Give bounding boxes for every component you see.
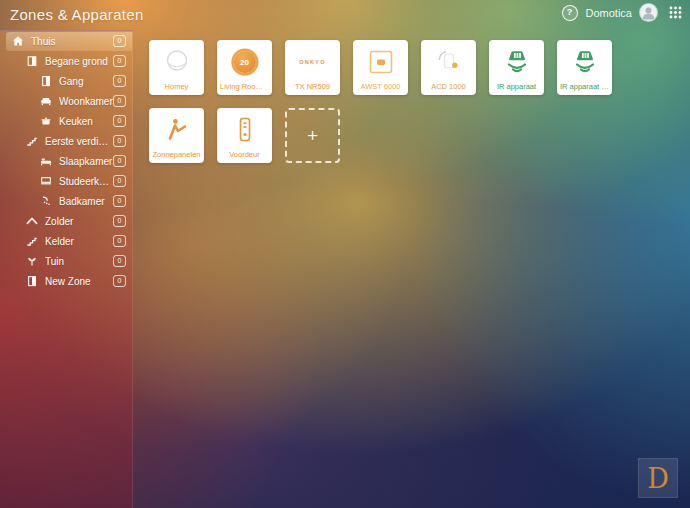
watermark-letter: D — [647, 465, 669, 492]
person-icon — [640, 4, 657, 21]
zone-device-count-badge: 0 — [113, 115, 126, 127]
solar-icon — [149, 113, 204, 147]
roof-icon — [26, 215, 38, 227]
zone-label: New Zone — [45, 276, 113, 287]
device-tile-label: ACD 1000 — [424, 82, 473, 91]
zone-device-count-badge: 0 — [113, 95, 126, 107]
sidebar-item-keuken[interactable]: Keuken0 — [0, 111, 132, 131]
zone-device-count-badge: 0 — [113, 55, 126, 67]
zone-label: Keuken — [59, 116, 113, 127]
device-tile-homey[interactable]: Homey — [149, 40, 204, 95]
house-icon — [12, 35, 24, 47]
sidebar-item-studeerkamer[interactable]: Studeerkamer0 — [0, 171, 132, 191]
kitchen-icon — [40, 115, 52, 127]
doorbell-icon — [217, 113, 272, 147]
zone-label: Studeerkamer — [59, 176, 113, 187]
help-icon[interactable]: ? — [562, 5, 578, 21]
plant-icon — [26, 255, 38, 267]
device-tile-label: IR apparaat (a... — [560, 82, 609, 91]
device-tile-tx-nr509[interactable]: ONKYOTX NR509 — [285, 40, 340, 95]
device-tiles-grid: Homey20Living Room T...ONKYOTX NR509AWST… — [149, 40, 625, 163]
device-tile-label: AWST 6000 — [356, 82, 405, 91]
device-tile-ir-apparaat[interactable]: IR apparaat — [489, 40, 544, 95]
device-tile-living-room-t[interactable]: 20Living Room T... — [217, 40, 272, 95]
desk-icon — [40, 175, 52, 187]
avatar[interactable] — [640, 4, 657, 21]
sensor-icon — [421, 45, 476, 79]
zones-sidebar: Thuis0Begane grond0Gang0Woonkamer0Keuken… — [0, 30, 133, 508]
zone-device-count-badge: 0 — [113, 235, 126, 247]
header-actions: ? Domotica — [562, 4, 682, 21]
brand-logo-text: ONKYO — [299, 59, 326, 65]
thermostat-icon: 20 — [217, 45, 272, 79]
zone-device-count-badge: 0 — [113, 255, 126, 267]
homey-sphere-icon — [149, 45, 204, 79]
brand-logo-icon: ONKYO — [285, 45, 340, 79]
sidebar-item-thuis[interactable]: Thuis0 — [0, 31, 132, 51]
sidebar-item-badkamer[interactable]: Badkamer0 — [0, 191, 132, 211]
plus-icon: + — [307, 126, 318, 145]
sidebar-item-tuin[interactable]: Tuin0 — [0, 251, 132, 271]
floor-icon — [26, 55, 38, 67]
zone-device-count-badge: 0 — [113, 135, 126, 147]
zone-label: Zolder — [45, 216, 113, 227]
zone-device-count-badge: 0 — [113, 75, 126, 87]
zone-device-count-badge: 0 — [113, 195, 126, 207]
zone-label: Slaapkamer — [59, 156, 113, 167]
couch-icon — [40, 95, 52, 107]
stairs-icon — [26, 235, 38, 247]
device-tile-ir-apparaat-a[interactable]: IR apparaat (a... — [557, 40, 612, 95]
zone-label: Thuis — [31, 36, 113, 47]
door-icon — [26, 275, 38, 287]
sidebar-item-slaapkamer[interactable]: Slaapkamer0 — [0, 151, 132, 171]
device-tile-label: Living Room T... — [220, 82, 269, 91]
wall-switch-icon — [353, 45, 408, 79]
zone-device-count-badge: 0 — [113, 35, 126, 47]
zone-device-count-badge: 0 — [113, 215, 126, 227]
zone-label: Eerste verdieping — [45, 136, 113, 147]
zone-device-count-badge: 0 — [113, 175, 126, 187]
device-tile-label: TX NR509 — [288, 82, 337, 91]
sidebar-item-zolder[interactable]: Zolder0 — [0, 211, 132, 231]
zone-label: Woonkamer — [59, 96, 113, 107]
device-tile-voordeur[interactable]: Voordeur — [217, 108, 272, 163]
ir-device-icon — [489, 45, 544, 79]
zone-label: Gang — [59, 76, 113, 87]
sidebar-item-new-zone[interactable]: New Zone0 — [0, 271, 132, 291]
page-title: Zones & Apparaten — [10, 6, 144, 23]
zone-device-count-badge: 0 — [113, 275, 126, 287]
sidebar-item-kelder[interactable]: Kelder0 — [0, 231, 132, 251]
zone-label: Begane grond — [45, 56, 113, 67]
zone-label: Badkamer — [59, 196, 113, 207]
add-device-tile[interactable]: + — [285, 108, 340, 163]
device-tile-label: Homey — [152, 82, 201, 91]
device-tile-zonnepanelen[interactable]: Zonnepanelen — [149, 108, 204, 163]
zone-label: Kelder — [45, 236, 113, 247]
sidebar-item-woonkamer[interactable]: Woonkamer0 — [0, 91, 132, 111]
sidebar-item-eerste-verdieping[interactable]: Eerste verdieping0 — [0, 131, 132, 151]
door-icon — [40, 75, 52, 87]
device-tile-label: Zonnepanelen — [152, 150, 201, 159]
device-tile-acd-1000[interactable]: ACD 1000 — [421, 40, 476, 95]
ir-device-icon — [557, 45, 612, 79]
apps-grid-icon[interactable] — [669, 6, 682, 19]
domotica-watermark: D — [638, 458, 678, 498]
stairs-icon — [26, 135, 38, 147]
zone-label: Tuin — [45, 256, 113, 267]
thermostat-value: 20 — [240, 58, 249, 67]
sidebar-item-gang[interactable]: Gang0 — [0, 71, 132, 91]
shower-icon — [40, 195, 52, 207]
user-name[interactable]: Domotica — [586, 7, 632, 19]
zone-device-count-badge: 0 — [113, 155, 126, 167]
top-bar: Zones & Apparaten ? Domotica — [0, 0, 690, 30]
device-tile-label: IR apparaat — [492, 82, 541, 91]
bed-icon — [40, 155, 52, 167]
device-tile-label: Voordeur — [220, 150, 269, 159]
device-tile-awst-6000[interactable]: AWST 6000 — [353, 40, 408, 95]
sidebar-item-begane-grond[interactable]: Begane grond0 — [0, 51, 132, 71]
